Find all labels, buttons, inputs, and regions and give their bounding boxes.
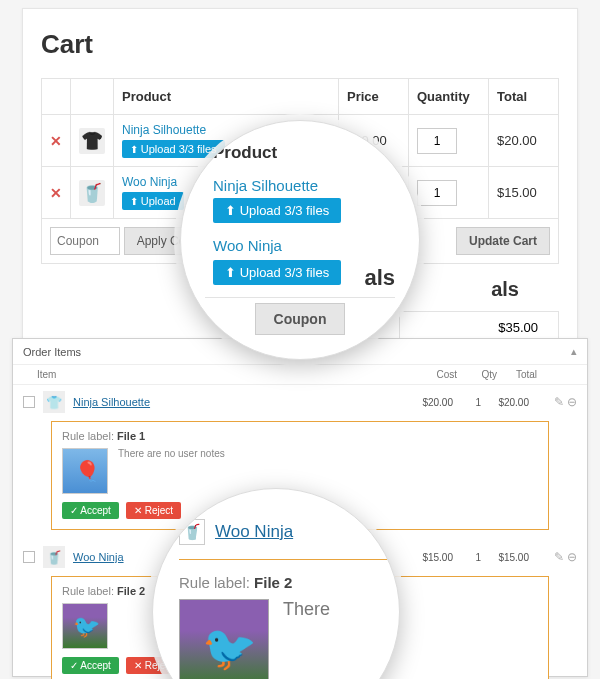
accept-button[interactable]: Accept — [62, 502, 119, 519]
upload-button[interactable]: Upload — [122, 192, 184, 210]
rule-label: Rule label: File 1 — [62, 430, 538, 442]
col-qty: Quantity — [409, 79, 489, 115]
col-product: Product — [114, 79, 339, 115]
total-cell: $20.00 — [489, 115, 559, 167]
product-link[interactable]: Woo Ninja — [205, 237, 395, 254]
product-link[interactable]: Ninja Silhouette — [73, 396, 405, 408]
delete-icon[interactable]: ⊖ — [567, 395, 577, 409]
quantity-input[interactable] — [417, 180, 457, 206]
upload-button[interactable]: Upload 3/3 files — [213, 260, 341, 285]
edit-icon[interactable]: ✎ — [554, 550, 564, 564]
remove-icon[interactable]: ✕ — [50, 185, 62, 201]
lens-header: Product — [213, 143, 395, 163]
uploaded-image-thumb[interactable] — [179, 599, 269, 679]
remove-icon[interactable]: ✕ — [50, 133, 62, 149]
product-thumb[interactable]: 👕 — [43, 391, 65, 413]
rule-label: Rule label: File 2 — [179, 574, 387, 591]
col-price: Price — [339, 79, 409, 115]
coupon-button[interactable]: Coupon — [255, 303, 346, 335]
col-total: Total — [497, 369, 537, 380]
qty-cell: 1 — [461, 397, 481, 408]
col-item: Item — [37, 369, 56, 380]
col-total: Total — [489, 79, 559, 115]
user-notes: There are no user notes — [118, 448, 225, 459]
row-checkbox[interactable] — [23, 396, 35, 408]
total-cell: $15.00 — [489, 167, 559, 219]
order-line: 👕 Ninja Silhouette $20.00 1 $20.00 ✎ ⊖ — [13, 385, 587, 417]
total-cell: $20.00 — [489, 397, 529, 408]
qty-cell: 1 — [461, 552, 481, 563]
product-thumb[interactable] — [79, 128, 105, 154]
uploaded-image-thumb[interactable] — [62, 603, 108, 649]
product-thumb[interactable]: 🥤 — [43, 546, 65, 568]
product-thumb[interactable] — [79, 180, 105, 206]
update-cart-button[interactable]: Update Cart — [456, 227, 550, 255]
coupon-input[interactable] — [50, 227, 120, 255]
magnifier-lens: Product Ninja Silhouette Upload 3/3 file… — [180, 120, 420, 360]
row-checkbox[interactable] — [23, 551, 35, 563]
collapse-icon[interactable]: ▴ — [571, 345, 577, 358]
product-link[interactable]: Woo Ninja — [215, 522, 293, 542]
col-qty: Qty — [457, 369, 497, 380]
col-cost: Cost — [417, 369, 457, 380]
cost-cell: $20.00 — [413, 397, 453, 408]
quantity-input[interactable] — [417, 128, 457, 154]
uploaded-image-thumb[interactable] — [62, 448, 108, 494]
upload-button[interactable]: Upload 3/3 files — [122, 140, 225, 158]
user-notes-fragment: There — [283, 599, 330, 620]
reject-button[interactable]: Reject — [126, 502, 181, 519]
cost-cell: $15.00 — [413, 552, 453, 563]
delete-icon[interactable]: ⊖ — [567, 550, 577, 564]
product-link[interactable]: Ninja Silhouette — [205, 177, 395, 194]
totals-fragment: als — [364, 265, 395, 291]
edit-icon[interactable]: ✎ — [554, 395, 564, 409]
accept-button[interactable]: Accept — [62, 657, 119, 674]
total-cell: $15.00 — [489, 552, 529, 563]
page-title: Cart — [41, 29, 559, 60]
upload-button[interactable]: Upload 3/3 files — [213, 198, 341, 223]
panel-title: Order Items — [23, 346, 81, 358]
